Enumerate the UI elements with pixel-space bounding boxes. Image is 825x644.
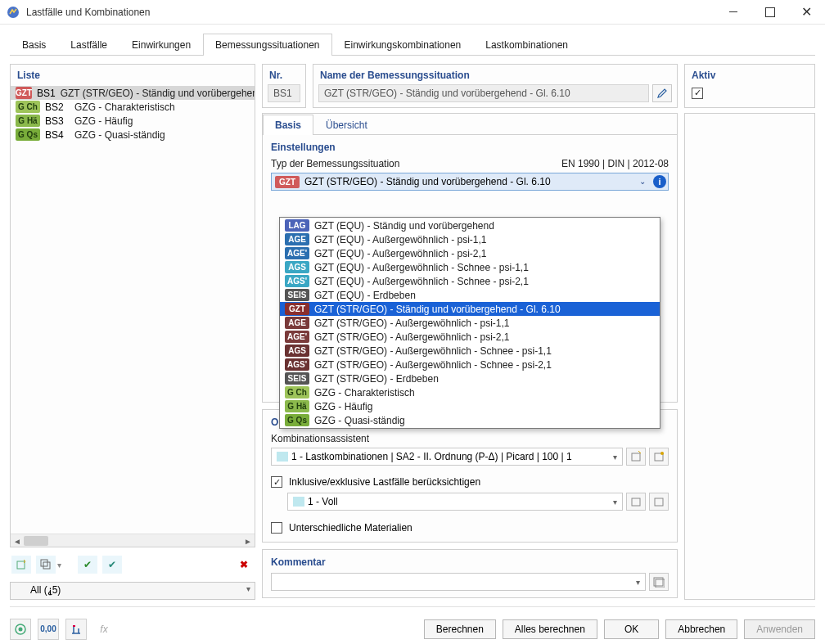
cancel-button[interactable]: Abbrechen	[665, 619, 737, 639]
dropdown-item[interactable]: AGS'GZT (STR/GEO) - Außergewöhnlich - Sc…	[280, 358, 660, 372]
svg-point-0	[7, 7, 19, 18]
name-field[interactable]: GZT (STR/GEO) - Ständig und vorübergehen…	[318, 84, 649, 102]
dropdown-item[interactable]: G QsGZG - Quasi-ständig	[280, 413, 660, 427]
tab-lastkombinationen[interactable]: Lastkombinationen	[473, 34, 580, 56]
list-item[interactable]: GZTBS1GZT (STR/GEO) - Ständig und vorübe…	[11, 86, 255, 100]
minimize-button[interactable]	[715, 0, 751, 25]
list-item-label: GZG - Häufig	[74, 115, 133, 127]
dropdown-item[interactable]: AGE'GZT (STR/GEO) - Außergewöhnlich - ps…	[280, 330, 660, 344]
list-item-tag: G Hä	[16, 115, 40, 127]
ok-button[interactable]: OK	[604, 619, 659, 639]
tab-bemessungssituationen[interactable]: Bemessungssituationen	[203, 34, 331, 56]
tab-einwirkungen[interactable]: Einwirkungen	[119, 34, 203, 56]
dropdown-item[interactable]: AGE'GZT (EQU) - Außergewöhnlich - psi-2,…	[280, 246, 660, 260]
type-selected-label: GZT (STR/GEO) - Ständig und vorübergehen…	[304, 176, 551, 187]
subtab-panel: BasisÜbersicht Einstellungen Typ der Bem…	[262, 113, 678, 403]
materials-checkbox[interactable]	[271, 522, 282, 534]
calculate-all-button[interactable]: Alles berechnen	[503, 619, 597, 639]
chevron-down-icon: ▾	[636, 578, 640, 587]
norm-label: EN 1990 | DIN | 2012-08	[561, 158, 669, 169]
svg-rect-3	[43, 562, 50, 569]
scroll-left-icon[interactable]: ◄	[11, 534, 24, 547]
dropdown-item-tag: AGS	[285, 261, 309, 273]
check-teal-button[interactable]: ✔	[102, 556, 122, 574]
dropdown-item-tag: SEIS	[285, 372, 309, 385]
dropdown-item[interactable]: G HäGZG - Häufig	[280, 399, 660, 413]
type-dropdown[interactable]: LAGGZT (EQU) - Ständig und vorübergehend…	[279, 217, 660, 429]
dropdown-item-label: GZT (STR/GEO) - Erdbeben	[314, 373, 439, 385]
list-item-code: BS4	[45, 129, 70, 141]
list-body[interactable]: GZTBS1GZT (STR/GEO) - Ständig und vorübe…	[11, 84, 255, 534]
list-item[interactable]: G QsBS4GZG - Quasi-ständig	[11, 128, 255, 142]
function-button[interactable]: fx	[93, 619, 115, 640]
options-panel: Optionen Kombinationsassistent 1 - Lastk…	[262, 409, 678, 543]
new-item-button[interactable]	[11, 556, 31, 574]
active-checkbox[interactable]	[692, 88, 703, 99]
dropdown-item-tag: AGE	[285, 233, 309, 245]
tab-basis[interactable]: Basis	[10, 34, 58, 56]
dropdown-item[interactable]: AGSGZT (STR/GEO) - Außergewöhnlich - Sch…	[280, 344, 660, 358]
settings-title: Einstellungen	[263, 135, 677, 158]
dropdown-item-label: GZT (EQU) - Außergewöhnlich - Schnee - p…	[314, 262, 529, 273]
assistant-combo[interactable]: 1 - Lastkombinationen | SA2 - II. Ordnun…	[271, 448, 623, 466]
dropdown-item-label: GZT (STR/GEO) - Außergewöhnlich - psi-1,…	[314, 317, 510, 329]
scroll-thumb[interactable]	[24, 536, 48, 546]
check-green-button[interactable]: ✔	[78, 556, 97, 574]
list-toolbar: ▾ ✔ ✔ ✖	[10, 552, 255, 577]
dropdown-item[interactable]: AGSGZT (EQU) - Außergewöhnlich - Schnee …	[280, 260, 660, 274]
dropdown-caret-icon[interactable]: ▾	[57, 561, 61, 570]
dropdown-item-tag: LAG	[285, 219, 309, 232]
info-icon: i	[653, 175, 666, 188]
list-item[interactable]: G ChBS2GZG - Charakteristisch	[11, 100, 255, 114]
filter-combo[interactable]: All (⸘5)	[10, 582, 255, 600]
dropdown-item[interactable]: AGS'GZT (EQU) - Außergewöhnlich - Schnee…	[280, 274, 660, 288]
delete-button[interactable]: ✖	[234, 556, 254, 574]
dropdown-item[interactable]: AGEGZT (STR/GEO) - Außergewöhnlich - psi…	[280, 316, 660, 330]
include-edit-button[interactable]	[649, 493, 669, 511]
svg-rect-4	[632, 453, 640, 461]
type-combo[interactable]: GZT GZT (STR/GEO) - Ständig und vorüberg…	[271, 173, 669, 191]
tab-einwirkungskombinationen[interactable]: Einwirkungskombinationen	[332, 34, 474, 56]
svg-rect-1	[17, 561, 25, 569]
calculate-button[interactable]: Berechnen	[424, 619, 496, 639]
structure-button[interactable]	[65, 619, 87, 640]
comment-pick-button[interactable]	[649, 573, 669, 591]
assistant-new-button[interactable]	[626, 448, 646, 466]
edit-name-button[interactable]	[652, 84, 672, 102]
dropdown-item-label: GZT (EQU) - Erdbeben	[314, 290, 416, 301]
close-button[interactable]: ✕	[788, 0, 825, 25]
assistant-edit-button[interactable]	[649, 448, 669, 466]
dropdown-item[interactable]: AGEGZT (EQU) - Außergewöhnlich - psi-1,1	[280, 232, 660, 246]
dropdown-item-tag: AGE'	[285, 331, 309, 343]
name-panel: Name der Bemessungssituation GZT (STR/GE…	[313, 64, 678, 108]
nr-panel: Nr. BS1	[262, 64, 306, 108]
help-button[interactable]	[10, 619, 31, 640]
dropdown-item[interactable]: SEISGZT (EQU) - Erdbeben	[280, 288, 660, 302]
dropdown-item[interactable]: SEISGZT (STR/GEO) - Erdbeben	[280, 372, 660, 385]
subtab-basis[interactable]: Basis	[263, 115, 313, 135]
include-combo[interactable]: 1 - Voll ▾	[287, 493, 623, 511]
dropdown-item[interactable]: GZTGZT (STR/GEO) - Ständig und vorüberge…	[280, 302, 660, 316]
subtab-übersicht[interactable]: Übersicht	[313, 115, 380, 135]
dropdown-item-label: GZT (STR/GEO) - Außergewöhnlich - Schnee…	[314, 345, 552, 357]
tab-lastfälle[interactable]: Lastfälle	[58, 34, 119, 56]
dropdown-item[interactable]: G ChGZG - Charakteristisch	[280, 385, 660, 399]
chevron-down-icon: ▾	[613, 453, 617, 462]
include-checkbox[interactable]	[271, 476, 282, 488]
units-button[interactable]: 0,00	[38, 619, 59, 640]
dropdown-item-tag: SEIS	[285, 289, 309, 301]
filter-combo-wrap[interactable]: All (⸘5) ▾	[10, 582, 255, 600]
list-item-label: GZG - Quasi-ständig	[74, 129, 165, 141]
maximize-button[interactable]	[751, 0, 788, 25]
list-item[interactable]: G HäBS3GZG - Häufig	[11, 114, 255, 128]
copy-item-button[interactable]	[36, 556, 56, 574]
include-new-button[interactable]	[626, 493, 646, 511]
dropdown-item-tag: GZT	[285, 303, 309, 315]
subtabs: BasisÜbersicht	[263, 114, 677, 135]
list-hscrollbar[interactable]: ◄ ►	[11, 534, 255, 547]
scroll-right-icon[interactable]: ►	[241, 534, 255, 547]
comment-combo[interactable]: ▾	[271, 573, 646, 591]
info-button[interactable]: i	[651, 173, 669, 191]
dropdown-item[interactable]: LAGGZT (EQU) - Ständig und vorübergehend	[280, 218, 660, 232]
dropdown-item-tag: G Hä	[285, 400, 309, 412]
